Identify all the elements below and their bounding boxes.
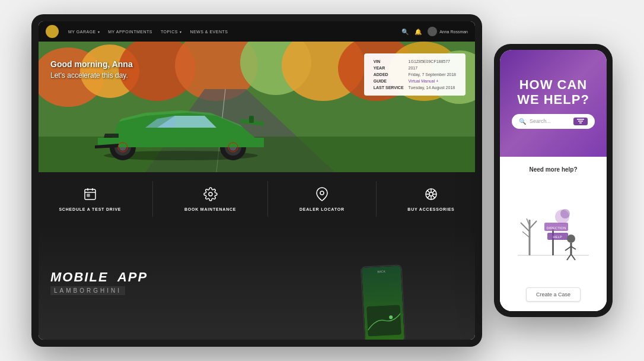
navigation-bar: MY GARAGE ▾ MY APPOINTMENTS TOPICS ▾ NEW… [39,21,475,42]
location-pin-icon [315,187,329,204]
svg-marker-1 [49,28,56,30]
mobile-app-title: MOBILE APP [50,271,148,284]
need-more-help-label: Need more help? [529,166,577,173]
logo [46,25,59,38]
svg-point-65 [560,209,570,218]
dealer-locator-action[interactable]: DEALER LOCATOR [290,182,354,216]
svg-point-30 [209,192,212,196]
schedule-test-drive-action[interactable]: SCHEDULE A TEST DRIVE [49,182,130,216]
nav-topics[interactable]: TOPICS ▾ [161,30,181,34]
search-icon[interactable]: 🔍 [401,28,409,35]
book-maintenance-action[interactable]: BOOK MAINTENANCE [175,182,246,216]
svg-rect-22 [249,116,254,123]
mobile-app-text: MOBILE APP LAMBORGHINI [50,271,148,295]
calendar-icon [83,187,97,204]
svg-line-38 [428,190,430,192]
phone-title: HOW CAN WE HELP? [512,78,595,106]
phone-search-bar[interactable]: 🔍 Search... [512,114,595,129]
action-bar: SCHEDULE A TEST DRIVE BOOK MAINTENANCE [39,172,475,226]
svg-rect-29 [87,194,90,197]
svg-line-40 [432,190,435,192]
mobile-app-section: MOBILE APP LAMBORGHINI [39,226,475,340]
svg-rect-0 [49,30,56,34]
phone-device: HOW CAN WE HELP? 🔍 Search... Need more [494,44,613,317]
avatar [428,27,437,36]
phone-body: Need more help? [500,157,607,311]
svg-rect-53 [552,229,554,255]
search-icon: 🔍 [519,118,526,125]
hero-text: Good morning, Anna Let's accelerate this… [50,59,133,80]
tablet-device: MY GARAGE ▾ MY APPOINTMENTS TOPICS ▾ NEW… [31,14,482,347]
svg-line-50 [530,221,537,229]
search-placeholder: Search... [530,118,570,124]
vehicle-info-card: VIN 1G1Z85E09CF188577 YEAR 2017 ADDED Fr… [364,53,466,96]
chevron-down-icon: ▾ [98,30,100,34]
hero-section: Good morning, Anna Let's accelerate this… [39,42,475,172]
divider [152,181,153,217]
svg-rect-25 [85,189,95,200]
nav-news-events[interactable]: NEWS & EVENTS [190,30,228,34]
svg-text:DIRECTION: DIRECTION [547,226,566,230]
phone-header: HOW CAN WE HELP? 🔍 Search... [500,50,607,157]
svg-point-58 [567,235,575,243]
svg-point-33 [429,192,433,196]
mobile-app-subtitle: LAMBORGHINI [50,286,125,295]
svg-text:HELP: HELP [553,235,562,239]
divider [376,181,377,217]
nav-right: 🔍 🔔 Anna Rossman [401,27,468,36]
svg-line-39 [432,195,435,198]
buy-accessories-action[interactable]: BUY ACCESSORIES [398,182,464,216]
svg-line-49 [521,223,530,232]
nav-items: MY GARAGE ▾ MY APPOINTMENTS TOPICS ▾ NEW… [68,30,228,34]
nav-my-garage[interactable]: MY GARAGE ▾ [68,30,100,34]
svg-point-31 [320,191,324,195]
tablet-screen: MY GARAGE ▾ MY APPOINTMENTS TOPICS ▾ NEW… [39,21,475,340]
chevron-down-icon: ▾ [180,30,182,34]
scene: MY GARAGE ▾ MY APPOINTMENTS TOPICS ▾ NEW… [31,14,613,347]
search-button[interactable] [573,118,588,125]
bell-icon[interactable]: 🔔 [415,28,422,35]
nav-my-appointments[interactable]: MY APPOINTMENTS [108,30,152,34]
svg-line-41 [428,195,430,198]
svg-line-51 [522,232,530,238]
user-menu[interactable]: Anna Rossman [428,27,468,36]
hero-car [86,95,276,166]
create-case-button[interactable]: Create a Case [526,287,581,302]
wheel-icon [424,187,438,204]
gear-icon [203,187,218,204]
divider [267,181,268,217]
illustration: DIRECTION HELP [509,180,597,283]
phone-display: HOW CAN WE HELP? 🔍 Search... Need more [500,50,607,311]
